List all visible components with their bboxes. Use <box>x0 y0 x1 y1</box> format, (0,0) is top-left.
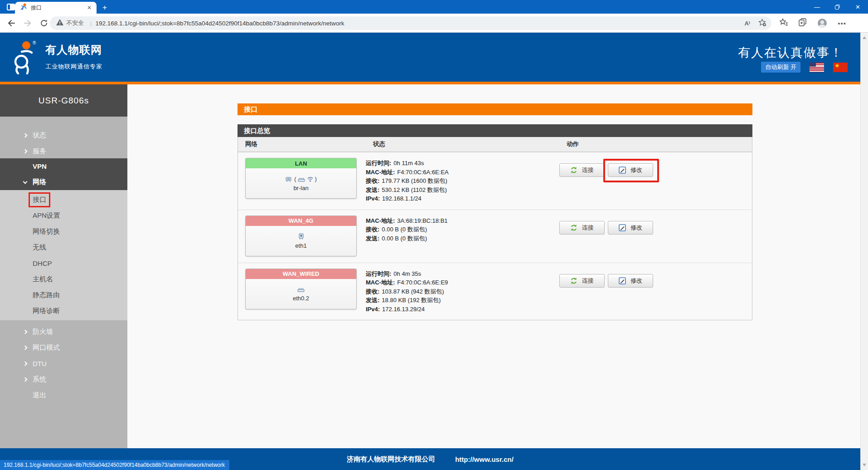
iface-card-lan: LAN ( ) br-lan <box>245 158 357 199</box>
modify-button[interactable]: 修改 <box>608 163 653 177</box>
col-network: 网络 <box>238 140 366 148</box>
refresh-button[interactable] <box>39 19 49 28</box>
ethernet-port-icon <box>298 233 305 240</box>
divider: | <box>90 20 92 27</box>
wifi-icon <box>307 176 314 182</box>
chevron-right-icon <box>23 362 28 366</box>
connect-refresh-icon <box>570 277 577 284</box>
iface-status: 运行时间:0h 4m 35s MAC-地址:F4:70:0C:6A:6E:E9 … <box>366 269 559 314</box>
restore-button[interactable] <box>827 0 848 14</box>
not-secure-warning-icon <box>56 19 63 27</box>
auto-refresh-toggle[interactable]: 自动刷新 开 <box>761 62 800 73</box>
collections-icon[interactable] <box>799 18 807 28</box>
brand-block: 有人物联网 工业物联网通信专家 <box>45 43 102 71</box>
edit-icon <box>619 166 626 174</box>
iface-name: LAN <box>246 158 356 168</box>
edit-icon <box>619 224 626 231</box>
tab-title: 接口 <box>31 4 86 12</box>
section-title: 接口总览 <box>238 124 752 137</box>
new-tab-button[interactable]: + <box>101 3 109 12</box>
table-header: 网络 状态 动作 <box>238 137 752 152</box>
sidebar-item-network-switch[interactable]: 网络切换 <box>0 224 127 240</box>
sidebar-item-diagnostics[interactable]: 网络诊断 <box>0 303 127 319</box>
forward-button[interactable] <box>23 19 33 28</box>
sidebar-item-apn[interactable]: APN设置 <box>0 208 127 224</box>
switch-icon <box>298 176 305 182</box>
connect-refresh-icon <box>570 224 577 231</box>
sidebar-item-status[interactable]: 状态 <box>0 127 127 143</box>
col-actions: 动作 <box>559 140 753 148</box>
iface-status: 运行时间:0h 11m 43s MAC-地址:F4:70:0C:6A:6E:EA… <box>366 158 559 203</box>
table-row-lan: LAN ( ) br-lan <box>238 152 752 210</box>
sidebar-item-dhcp[interactable]: DHCP <box>0 255 127 271</box>
iface-name: WAN_WIRED <box>246 269 356 279</box>
chevron-right-icon <box>23 377 28 382</box>
sidebar-item-interfaces[interactable]: 接口 <box>0 192 127 208</box>
iface-card-wanwired: WAN_WIRED eth0.2 <box>245 269 357 309</box>
minimize-button[interactable]: — <box>807 0 827 14</box>
add-favorite-icon[interactable] <box>758 19 766 28</box>
company-name: 济南有人物联网技术有限公司 <box>347 455 435 464</box>
connect-button[interactable]: 连接 <box>559 221 605 235</box>
iface-status: MAC-地址:3A:68:19:BC:18:B1 接收:0.00 B (0 数据… <box>366 215 559 256</box>
connect-button[interactable]: 连接 <box>559 163 605 177</box>
browser-tab[interactable]: 接口 ✕ <box>15 2 97 14</box>
edit-icon <box>619 277 626 284</box>
sidebar-item-firewall[interactable]: 防火墙 <box>0 324 127 340</box>
connect-button[interactable]: 连接 <box>559 274 605 288</box>
sidebar-item-port-mode[interactable]: 网口模式 <box>0 340 127 356</box>
iface-card-wan4g: WAN_4G eth1 <box>245 215 357 256</box>
sidebar-item-static-routes[interactable]: 静态路由 <box>0 287 127 303</box>
main-content: 接口 接口总览 网络 状态 动作 LAN <box>127 84 860 448</box>
switch-icon <box>297 286 305 293</box>
sidebar-item-services[interactable]: 服务 <box>0 143 127 159</box>
chevron-down-icon <box>23 179 28 184</box>
slogan-text: 有人在认真做事！ <box>738 44 843 61</box>
sidebar-item-logout[interactable]: 退出 <box>0 387 127 403</box>
registered-mark: ® <box>33 40 36 45</box>
device-name: USR-G806s <box>0 84 127 117</box>
cn-flag-icon[interactable]: ★ <box>833 63 848 72</box>
read-aloud-icon[interactable]: A⁾ <box>744 20 750 27</box>
usr-favicon-icon <box>20 3 27 12</box>
connect-refresh-icon <box>570 166 577 174</box>
sidebar-item-dtu[interactable]: DTU <box>0 356 127 372</box>
scroll-down-icon[interactable] <box>863 464 866 466</box>
table-row-wanwired: WAN_WIRED eth0.2 运行时间:0h 4m 35s MAC-地址:F… <box>238 263 752 320</box>
back-button[interactable] <box>6 19 16 28</box>
chevron-right-icon <box>23 149 28 154</box>
screen: 接口 ✕ + — ✕ 不安全 | 192.168.1.1/cgi- <box>0 0 868 470</box>
url-text[interactable]: 192.168.1.1/cgi-bin/luci/;stok=8b7fc55a0… <box>95 20 744 27</box>
profile-avatar[interactable] <box>818 19 827 28</box>
browser-status-bar: 192.168.1.1/cgi-bin/luci/;stok=8b7fc55a0… <box>0 460 229 470</box>
settings-menu-icon[interactable]: ••• <box>838 20 846 27</box>
interface-table: 网络 状态 动作 LAN ( <box>238 137 752 320</box>
chevron-right-icon <box>23 346 28 350</box>
table-row-wan4g: WAN_4G eth1 MAC-地址:3A:68:19:BC:18:B1 接收:… <box>238 210 752 263</box>
company-website-link[interactable]: http://www.usr.cn/ <box>455 455 514 463</box>
modify-button[interactable]: 修改 <box>608 221 653 235</box>
site-header: ® 有人物联网 工业物联网通信专家 有人在认真做事！ 自动刷新 开 ★ <box>0 33 860 82</box>
sidebar-item-vpn[interactable]: VPN <box>0 158 127 174</box>
browser-toolbar: 不安全 | 192.168.1.1/cgi-bin/luci/;stok=8b7… <box>0 14 868 33</box>
usr-logo: ® <box>13 40 38 74</box>
us-flag-icon[interactable] <box>810 63 824 72</box>
favorites-bar-icon[interactable] <box>780 18 788 28</box>
tab-close-icon[interactable]: ✕ <box>86 5 93 11</box>
sidebar-item-wireless[interactable]: 无线 <box>0 240 127 255</box>
sidebar-item-network[interactable]: 网络 <box>0 174 127 190</box>
sidebar-item-system[interactable]: 系统 <box>0 372 127 387</box>
chevron-right-icon <box>23 330 28 334</box>
iface-name: WAN_4G <box>246 216 356 226</box>
modify-button[interactable]: 修改 <box>608 274 653 288</box>
sidebar-item-hostname[interactable]: 主机名 <box>0 271 127 287</box>
sidebar: USR-G806s 状态 服务 VPN 网络 接口 APN设置 网络切换 无线 … <box>0 84 127 448</box>
brand-subtitle: 工业物联网通信专家 <box>45 63 102 71</box>
scroll-up-icon[interactable] <box>863 36 866 39</box>
chevron-right-icon <box>23 133 28 138</box>
page-scrollbar[interactable] <box>860 33 868 470</box>
bridge-icon <box>285 176 293 182</box>
security-label: 不安全 <box>66 19 84 27</box>
address-bar[interactable]: 不安全 | 192.168.1.1/cgi-bin/luci/;stok=8b7… <box>50 16 771 30</box>
close-window-button[interactable]: ✕ <box>848 0 868 14</box>
